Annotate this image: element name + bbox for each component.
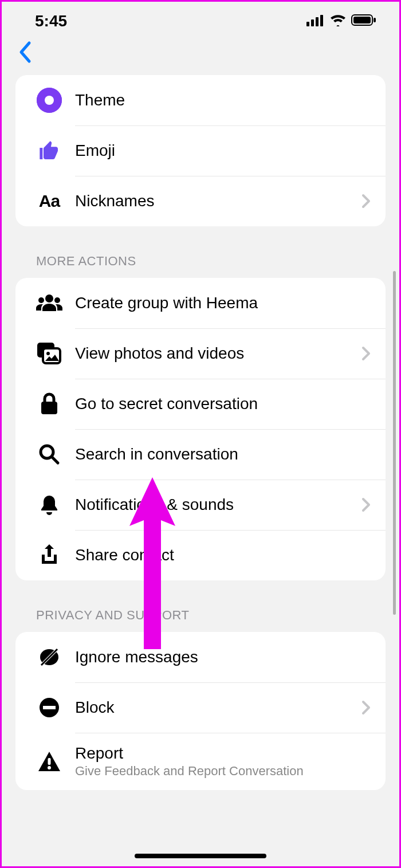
- notifications-row[interactable]: Notifications & sounds: [15, 480, 386, 530]
- more-actions-card: Create group with Heema View photos and …: [15, 278, 386, 580]
- emoji-label: Emoji: [75, 142, 374, 160]
- battery-icon: [351, 12, 376, 30]
- ignore-messages-row[interactable]: Ignore messages: [15, 632, 386, 682]
- theme-label: Theme: [75, 91, 374, 109]
- wifi-icon: [329, 12, 347, 30]
- status-icons: [306, 12, 376, 30]
- emoji-row[interactable]: Emoji: [15, 125, 386, 176]
- svg-rect-2: [316, 17, 319, 26]
- block-row[interactable]: Block: [15, 682, 386, 733]
- share-icon: [23, 543, 75, 567]
- block-label: Block: [75, 698, 358, 717]
- create-group-label: Create group with Heema: [75, 294, 374, 312]
- privacy-support-header: PRIVACY AND SUPPORT: [15, 580, 386, 632]
- scrollbar-indicator: [393, 271, 396, 615]
- settings-content: Theme Emoji Aa Nicknames MORE ACTIONS Cr…: [2, 75, 399, 790]
- svg-rect-13: [41, 402, 57, 414]
- ignore-icon: [23, 646, 75, 669]
- text-aa-icon: Aa: [23, 191, 75, 211]
- svg-point-8: [38, 297, 44, 303]
- svg-rect-21: [48, 758, 51, 765]
- secret-label: Go to secret conversation: [75, 395, 374, 413]
- share-contact-row[interactable]: Share contact: [15, 530, 386, 580]
- home-indicator: [135, 854, 266, 858]
- report-subtitle: Give Feedback and Report Conversation: [75, 764, 374, 779]
- cellular-icon: [306, 12, 325, 30]
- search-icon: [23, 443, 75, 465]
- customization-card: Theme Emoji Aa Nicknames: [15, 75, 386, 226]
- chevron-right-icon: [358, 194, 374, 209]
- notifications-label: Notifications & sounds: [75, 496, 358, 514]
- svg-rect-11: [43, 348, 60, 363]
- svg-point-12: [46, 352, 50, 355]
- report-row[interactable]: Report Give Feedback and Report Conversa…: [15, 733, 386, 790]
- ignore-label: Ignore messages: [75, 648, 374, 666]
- nicknames-row[interactable]: Aa Nicknames: [15, 176, 386, 226]
- theme-row[interactable]: Theme: [15, 75, 386, 125]
- thumbs-up-icon: [23, 139, 75, 162]
- back-button[interactable]: [18, 41, 388, 64]
- photos-icon: [23, 343, 75, 364]
- create-group-row[interactable]: Create group with Heema: [15, 278, 386, 328]
- lock-icon: [23, 392, 75, 415]
- status-time: 5:45: [35, 12, 67, 30]
- group-icon: [23, 293, 75, 313]
- nav-header: [2, 35, 399, 75]
- warning-icon: [23, 751, 75, 772]
- svg-rect-5: [353, 17, 371, 23]
- block-icon: [23, 697, 75, 718]
- svg-rect-1: [311, 19, 314, 26]
- view-photos-label: View photos and videos: [75, 344, 358, 363]
- svg-line-15: [52, 457, 58, 463]
- privacy-card: Ignore messages Block Report Give Feedba…: [15, 632, 386, 790]
- svg-point-9: [54, 297, 60, 303]
- svg-rect-0: [306, 22, 309, 26]
- more-actions-header: MORE ACTIONS: [15, 226, 386, 278]
- chevron-right-icon: [358, 346, 374, 361]
- theme-icon: [23, 88, 75, 113]
- search-label: Search in conversation: [75, 445, 374, 464]
- search-conversation-row[interactable]: Search in conversation: [15, 429, 386, 480]
- svg-point-7: [45, 294, 53, 303]
- bell-icon: [23, 493, 75, 516]
- svg-point-22: [48, 766, 51, 769]
- share-label: Share contact: [75, 546, 374, 564]
- secret-conversation-row[interactable]: Go to secret conversation: [15, 379, 386, 429]
- status-bar: 5:45: [2, 2, 399, 35]
- report-label: Report: [75, 744, 374, 763]
- chevron-right-icon: [358, 700, 374, 715]
- nicknames-label: Nicknames: [75, 192, 358, 210]
- view-photos-row[interactable]: View photos and videos: [15, 328, 386, 379]
- svg-rect-3: [320, 15, 323, 26]
- chevron-right-icon: [358, 497, 374, 512]
- svg-rect-6: [374, 18, 376, 22]
- svg-rect-20: [43, 706, 56, 709]
